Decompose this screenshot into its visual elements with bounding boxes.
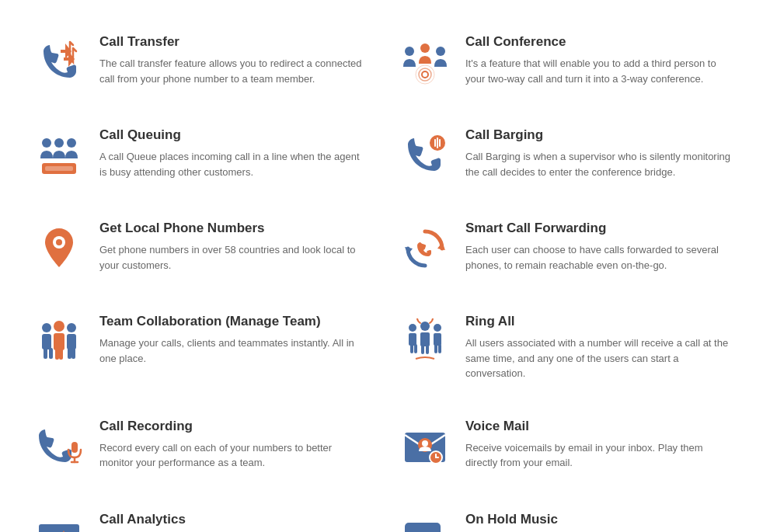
- call-conference-icon: [397, 34, 453, 90]
- call-transfer-title: Call Transfer: [99, 34, 366, 50]
- feature-ring-all: Ring All All users associated with a num…: [382, 295, 747, 400]
- svg-marker-14: [437, 242, 445, 250]
- on-hold-music-title: On Hold Music: [465, 512, 732, 527]
- svg-rect-19: [54, 333, 64, 350]
- voicemail-icon: [397, 419, 453, 475]
- svg-rect-34: [410, 344, 413, 353]
- team-collaboration-text: Team Collaboration (Manage Team) Manage …: [99, 314, 366, 366]
- svg-rect-25: [59, 349, 63, 360]
- feature-team-collaboration: Team Collaboration (Manage Team) Manage …: [16, 295, 382, 400]
- call-queuing-title: Call Queuing: [99, 127, 366, 143]
- feature-call-analytics: Call Analytics Track your phone support …: [16, 493, 382, 533]
- svg-point-20: [67, 323, 76, 332]
- svg-rect-47: [39, 524, 79, 533]
- call-analytics-text: Call Analytics Track your phone support …: [99, 512, 366, 533]
- call-conference-title: Call Conference: [465, 34, 732, 50]
- svg-point-4: [419, 68, 431, 81]
- feature-call-transfer: Call Transfer The call transfer feature …: [16, 16, 382, 109]
- svg-point-7: [54, 138, 64, 148]
- smart-forwarding-icon: [397, 221, 453, 276]
- feature-local-numbers: Get Local Phone Numbers Get phone number…: [16, 202, 382, 295]
- call-barging-icon: [397, 127, 453, 183]
- team-collaboration-icon: [31, 314, 87, 370]
- svg-point-1: [436, 47, 445, 56]
- voicemail-desc: Receive voicemails by email in your inbo…: [465, 440, 732, 471]
- svg-point-28: [409, 324, 416, 332]
- svg-rect-37: [426, 345, 429, 354]
- feature-call-barging: Call Barging Call Barging is when a supe…: [382, 109, 747, 202]
- svg-marker-15: [405, 247, 413, 255]
- call-recording-icon: [31, 419, 87, 475]
- svg-rect-27: [71, 348, 75, 359]
- svg-rect-22: [44, 348, 47, 359]
- ring-all-text: Ring All All users associated with a num…: [465, 314, 732, 381]
- feature-on-hold-music: ♪ On Hold Music On Hold Music from CallH…: [382, 493, 747, 533]
- call-transfer-icon: [31, 34, 87, 90]
- feature-voicemail: Voice Mail Receive voicemails by email i…: [382, 400, 747, 493]
- feature-smart-forwarding: Smart Call Forwarding Each user can choo…: [382, 202, 747, 295]
- local-numbers-text: Get Local Phone Numbers Get phone number…: [99, 221, 366, 273]
- svg-rect-33: [434, 333, 441, 346]
- svg-rect-50: [405, 523, 441, 533]
- call-recording-desc: Record every call on each of your number…: [99, 440, 366, 471]
- call-recording-text: Call Recording Record every call on each…: [99, 419, 366, 471]
- call-queuing-icon: [31, 127, 87, 183]
- on-hold-music-icon: ♪: [397, 512, 453, 533]
- team-collaboration-title: Team Collaboration (Manage Team): [99, 314, 366, 329]
- call-transfer-desc: The call transfer feature allows you to …: [99, 56, 366, 86]
- svg-point-0: [405, 47, 414, 56]
- call-queuing-text: Call Queuing A call Queue places incomin…: [99, 127, 366, 179]
- local-numbers-icon: [31, 221, 87, 276]
- local-numbers-desc: Get phone numbers in over 58 countries a…: [99, 242, 366, 273]
- svg-point-6: [42, 138, 51, 148]
- svg-rect-23: [49, 348, 53, 359]
- feature-call-conference: Call Conference It's a feature that will…: [382, 16, 747, 109]
- smart-forwarding-text: Smart Call Forwarding Each user can choo…: [465, 221, 732, 273]
- svg-point-2: [420, 43, 430, 53]
- call-conference-text: Call Conference It's a feature that will…: [465, 34, 732, 86]
- svg-point-16: [42, 323, 51, 332]
- svg-point-30: [420, 322, 430, 331]
- feature-call-recording: Call Recording Record every call on each…: [16, 400, 382, 493]
- svg-point-8: [67, 138, 76, 148]
- local-numbers-title: Get Local Phone Numbers: [99, 221, 366, 236]
- call-barging-desc: Call Barging is when a supervisor who is…: [465, 149, 732, 179]
- call-barging-text: Call Barging Call Barging is when a supe…: [465, 127, 732, 179]
- call-analytics-title: Call Analytics: [99, 512, 366, 527]
- call-queuing-desc: A call Queue places incoming call in a l…: [99, 149, 366, 179]
- svg-rect-21: [67, 334, 76, 349]
- svg-rect-24: [55, 349, 59, 360]
- svg-rect-36: [421, 345, 424, 354]
- call-barging-title: Call Barging: [465, 127, 732, 143]
- svg-rect-26: [68, 348, 71, 359]
- features-grid: Call Transfer The call transfer feature …: [16, 16, 747, 532]
- svg-point-32: [434, 324, 441, 332]
- voicemail-title: Voice Mail: [465, 419, 732, 434]
- smart-forwarding-desc: Each user can choose to have calls forwa…: [465, 242, 732, 273]
- svg-rect-17: [42, 334, 51, 349]
- call-recording-title: Call Recording: [99, 419, 366, 434]
- svg-rect-29: [409, 333, 416, 346]
- team-collaboration-desc: Manage your calls, clients and teammates…: [99, 336, 366, 366]
- svg-rect-10: [45, 166, 73, 171]
- voicemail-text: Voice Mail Receive voicemails by email i…: [465, 419, 732, 471]
- smart-forwarding-title: Smart Call Forwarding: [465, 221, 732, 236]
- call-analytics-icon: [31, 512, 87, 533]
- svg-point-13: [56, 239, 62, 245]
- feature-call-queuing: Call Queuing A call Queue places incomin…: [16, 109, 382, 202]
- svg-rect-35: [414, 344, 417, 353]
- ring-all-icon: [397, 314, 453, 370]
- svg-rect-39: [438, 344, 441, 353]
- svg-point-18: [54, 321, 64, 332]
- call-conference-desc: It's a feature that will enable you to a…: [465, 56, 732, 86]
- ring-all-title: Ring All: [465, 314, 732, 329]
- svg-point-45: [422, 440, 428, 447]
- svg-rect-40: [71, 442, 78, 453]
- svg-rect-31: [420, 332, 430, 346]
- ring-all-desc: All users associated with a number will …: [465, 336, 732, 381]
- svg-point-3: [422, 71, 428, 78]
- call-transfer-text: Call Transfer The call transfer feature …: [99, 34, 366, 86]
- svg-rect-38: [434, 344, 437, 353]
- on-hold-music-text: On Hold Music On Hold Music from CallHip…: [465, 512, 732, 533]
